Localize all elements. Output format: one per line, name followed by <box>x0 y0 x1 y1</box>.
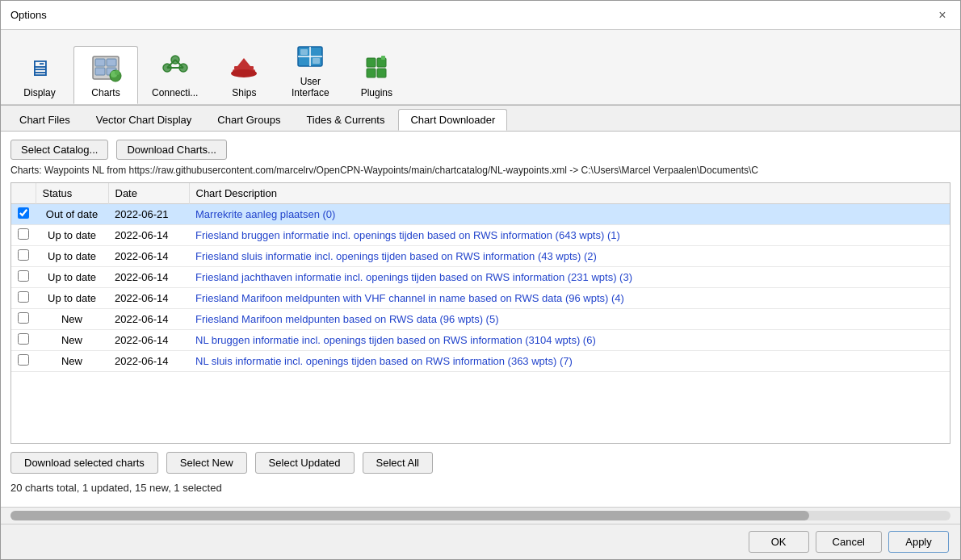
toolbar-display-label: Display <box>23 87 55 98</box>
row-checkbox-cell[interactable] <box>11 330 36 351</box>
row-description: Friesland sluis informatie incl. opening… <box>189 246 950 267</box>
row-status: Up to date <box>36 288 108 309</box>
row-checkbox[interactable] <box>18 270 29 282</box>
header-checkbox <box>11 183 36 204</box>
select-catalog-button[interactable]: Select Catalog... <box>10 140 108 160</box>
plugins-icon <box>360 52 392 84</box>
table-body: Out of date2022-06-21Marrekrite aanleg p… <box>11 204 950 372</box>
row-checkbox[interactable] <box>18 333 29 345</box>
row-date: 2022-06-14 <box>108 225 189 246</box>
tabs-bar: Chart Files Vector Chart Display Chart G… <box>1 106 960 132</box>
ok-button[interactable]: OK <box>749 531 809 553</box>
svg-rect-23 <box>367 58 376 67</box>
row-status: Out of date <box>36 204 108 225</box>
svg-rect-26 <box>377 69 386 77</box>
row-status: New <box>36 309 108 330</box>
row-checkbox[interactable] <box>18 354 29 366</box>
toolbar-plugins[interactable]: Plugins <box>344 46 409 104</box>
toolbar-connections[interactable]: Connecti... <box>140 46 210 104</box>
cancel-button[interactable]: Cancel <box>816 531 882 553</box>
row-checkbox-cell[interactable] <box>11 288 36 309</box>
row-description: Friesland Marifoon meldpunten based on R… <box>189 309 950 330</box>
row-checkbox-cell[interactable] <box>11 309 36 330</box>
ships-icon <box>228 52 260 84</box>
options-window: Options × 🖥 Display Ch <box>0 0 961 560</box>
svg-rect-21 <box>300 49 308 55</box>
row-checkbox[interactable] <box>18 249 29 261</box>
bottom-buttons: Download selected charts Select New Sele… <box>10 444 951 479</box>
row-date: 2022-06-14 <box>108 351 189 372</box>
tab-chart-groups[interactable]: Chart Groups <box>205 109 292 131</box>
table-row: Up to date2022-06-14Friesland bruggen in… <box>11 225 950 246</box>
toolbar-ships[interactable]: Ships <box>212 46 276 104</box>
row-checkbox[interactable] <box>18 228 29 240</box>
svg-rect-14 <box>234 66 254 69</box>
toolbar-charts[interactable]: Charts <box>73 46 138 104</box>
charts-table-container[interactable]: Status Date Chart Description Out of dat… <box>10 182 951 444</box>
row-date: 2022-06-14 <box>108 288 189 309</box>
svg-rect-22 <box>313 58 320 64</box>
row-description: Friesland bruggen informatie incl. openi… <box>189 225 950 246</box>
svg-rect-2 <box>107 59 116 66</box>
toolbar-ui[interactable]: UserInterface <box>278 35 342 104</box>
row-description: NL bruggen informatie incl. openings tij… <box>189 330 950 351</box>
tab-vector-chart[interactable]: Vector Chart Display <box>84 109 204 131</box>
row-checkbox-cell[interactable] <box>11 225 36 246</box>
toolbar-display[interactable]: 🖥 Display <box>7 46 72 104</box>
table-row: Up to date2022-06-14Friesland sluis info… <box>11 246 950 267</box>
toolbar-connections-label: Connecti... <box>152 87 198 98</box>
tab-chart-files[interactable]: Chart Files <box>7 109 82 131</box>
header-description: Chart Description <box>189 183 950 204</box>
row-checkbox[interactable] <box>18 312 29 324</box>
scrollbar-thumb <box>10 511 809 520</box>
toolbar-plugins-label: Plugins <box>361 87 392 98</box>
download-selected-button[interactable]: Download selected charts <box>10 452 158 474</box>
row-description: Marrekrite aanleg plaatsen (0) <box>189 204 950 225</box>
table-row: New2022-06-14NL bruggen informatie incl.… <box>11 330 950 351</box>
tab-tides[interactable]: Tides & Currents <box>294 109 397 131</box>
row-checkbox-cell[interactable] <box>11 351 36 372</box>
row-status: New <box>36 351 108 372</box>
row-checkbox-cell[interactable] <box>11 267 36 288</box>
table-header-row: Status Date Chart Description <box>11 183 950 204</box>
row-date: 2022-06-14 <box>108 267 189 288</box>
row-checkbox-cell[interactable] <box>11 246 36 267</box>
select-new-button[interactable]: Select New <box>166 452 247 474</box>
window-title: Options <box>10 9 47 21</box>
table-row: New2022-06-14NL sluis informatie incl. o… <box>11 351 950 372</box>
row-description: Friesland jachthaven informatie incl. op… <box>189 267 950 288</box>
row-checkbox[interactable] <box>18 291 29 303</box>
content-area: Chart Files Vector Chart Display Chart G… <box>1 105 960 524</box>
table-row: Up to date2022-06-14Friesland Marifoon m… <box>11 288 950 309</box>
downloader-panel: Select Catalog... Download Charts... Cha… <box>1 132 960 507</box>
select-updated-button[interactable]: Select Updated <box>255 452 355 474</box>
svg-rect-1 <box>95 59 105 66</box>
row-status: Up to date <box>36 267 108 288</box>
table-row: Out of date2022-06-21Marrekrite aanleg p… <box>11 204 950 225</box>
scrollbar-track[interactable] <box>10 511 951 520</box>
status-text: 20 charts total, 1 updated, 15 new, 1 se… <box>10 479 951 499</box>
download-charts-button[interactable]: Download Charts... <box>116 140 227 160</box>
close-button[interactable]: × <box>934 7 951 23</box>
charts-table: Status Date Chart Description Out of dat… <box>11 183 950 372</box>
select-all-button[interactable]: Select All <box>363 452 433 474</box>
table-row: New2022-06-14Friesland Marifoon meldpunt… <box>11 309 950 330</box>
row-checkbox[interactable] <box>18 207 29 219</box>
tab-downloader[interactable]: Chart Downloader <box>398 109 507 131</box>
apply-button[interactable]: Apply <box>888 531 949 553</box>
catalog-info: Charts: Waypoints NL from https://raw.gi… <box>10 165 951 176</box>
header-status: Status <box>36 183 108 204</box>
charts-icon <box>90 52 122 84</box>
svg-rect-27 <box>381 56 385 60</box>
row-status: New <box>36 330 108 351</box>
row-status: Up to date <box>36 246 108 267</box>
row-checkbox-cell[interactable] <box>11 204 36 225</box>
svg-rect-25 <box>367 69 376 77</box>
toolbar-ships-label: Ships <box>232 87 256 98</box>
svg-marker-15 <box>237 58 250 66</box>
ui-icon <box>294 40 326 73</box>
row-date: 2022-06-21 <box>108 204 189 225</box>
display-icon: 🖥 <box>23 52 56 84</box>
toolbar-charts-label: Charts <box>91 87 120 98</box>
svg-rect-3 <box>95 68 105 75</box>
